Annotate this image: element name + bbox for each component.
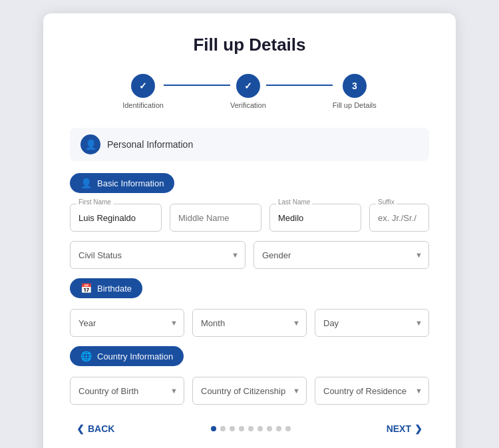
country-info-icon: 🌐 — [81, 351, 92, 361]
last-name-wrap: Last Name — [269, 204, 361, 232]
middle-name-wrap — [170, 204, 261, 232]
checkmark-icon-2 — [244, 81, 252, 91]
step-line-2 — [266, 85, 333, 86]
dot-7 — [267, 426, 272, 431]
country-residence-select[interactable]: Country of Residence — [315, 377, 429, 405]
back-button[interactable]: ❮ BACK — [70, 419, 121, 438]
basic-info-label: Basic Information — [97, 178, 164, 188]
step-verification: Verification — [230, 74, 266, 109]
status-gender-row: Civil Status Single Married Widowed Sepa… — [70, 241, 429, 269]
dot-4 — [239, 426, 244, 431]
personal-info-title: Personal Information — [107, 139, 193, 150]
dot-9 — [285, 426, 291, 431]
birthdate-icon: 📅 — [81, 283, 92, 294]
middle-name-input[interactable] — [170, 204, 261, 232]
stepper: Identification Verification 3 Fill up De… — [70, 74, 429, 109]
checkmark-icon-1 — [139, 81, 147, 91]
suffix-input[interactable] — [369, 204, 429, 232]
country-residence-wrap: Country of Residence ▼ — [315, 377, 429, 405]
step-label-2: Verification — [230, 101, 266, 109]
month-wrap: Month January February March April May J… — [192, 309, 307, 337]
date-row: Year ▼ Month January February March Apri… — [70, 309, 429, 337]
month-select[interactable]: Month January February March April May J… — [192, 309, 307, 337]
navigation-row: ❮ BACK NEXT ❯ — [70, 419, 429, 438]
dot-8 — [276, 426, 281, 431]
civil-status-wrap: Civil Status Single Married Widowed Sepa… — [70, 241, 246, 269]
country-row: Country of Birth ▼ Country of Citizenshi… — [70, 377, 429, 405]
step-identification: Identification — [122, 74, 164, 109]
personal-info-icon: 👤 — [81, 134, 100, 154]
dot-5 — [248, 426, 253, 431]
personal-info-header: 👤 Personal Information — [70, 128, 429, 161]
first-name-label: First Name — [77, 198, 113, 206]
step-number-3: 3 — [352, 81, 357, 91]
country-citizenship-select[interactable]: Country of Citizenship — [192, 377, 307, 405]
next-chevron-icon: ❯ — [415, 423, 422, 434]
step-label-3: Fill up Details — [333, 101, 377, 109]
suffix-wrap: Suffix — [369, 204, 429, 232]
page-title: Fill up Details — [70, 35, 429, 55]
dot-3 — [230, 426, 235, 431]
country-citizenship-wrap: Country of Citizenship ▼ — [192, 377, 307, 405]
gender-select[interactable]: Gender Male Female Other — [253, 241, 429, 269]
step-circle-1 — [131, 74, 155, 98]
basic-info-icon: 👤 — [81, 178, 92, 188]
dot-6 — [257, 426, 263, 431]
basic-info-badge: 👤 Basic Information — [70, 173, 174, 193]
step-label-1: Identification — [122, 101, 164, 109]
step-fill-up: 3 Fill up Details — [333, 74, 377, 109]
first-name-input[interactable] — [70, 204, 162, 232]
step-circle-3: 3 — [343, 74, 367, 98]
back-label: BACK — [88, 423, 114, 434]
last-name-input[interactable] — [269, 204, 361, 232]
next-label: NEXT — [387, 423, 411, 434]
year-select[interactable]: Year — [70, 309, 184, 337]
name-row: First Name Last Name Suffix — [70, 204, 429, 232]
birthdate-badge: 📅 Birthdate — [70, 278, 142, 298]
day-wrap: Day ▼ — [315, 309, 429, 337]
step-line-1 — [164, 85, 230, 86]
step-circle-2 — [236, 74, 260, 98]
day-select[interactable]: Day — [315, 309, 429, 337]
dot-1 — [211, 426, 216, 431]
back-chevron-icon: ❮ — [77, 423, 84, 434]
pagination-dots — [211, 426, 291, 431]
person-icon: 👤 — [85, 139, 96, 150]
country-birth-wrap: Country of Birth ▼ — [70, 377, 184, 405]
dot-2 — [220, 426, 226, 431]
country-birth-select[interactable]: Country of Birth — [70, 377, 184, 405]
birthdate-label: Birthdate — [97, 284, 132, 294]
country-info-badge: 🌐 Country Information — [70, 346, 184, 366]
gender-wrap: Gender Male Female Other ▼ — [253, 241, 429, 269]
next-button[interactable]: NEXT ❯ — [380, 419, 429, 438]
main-card: Fill up Details Identification Verificat… — [43, 13, 456, 448]
year-wrap: Year ▼ — [70, 309, 184, 337]
first-name-wrap: First Name — [70, 204, 162, 232]
last-name-label: Last Name — [276, 198, 312, 206]
country-info-label: Country Information — [97, 351, 173, 361]
civil-status-select[interactable]: Civil Status Single Married Widowed Sepa… — [70, 241, 246, 269]
suffix-label: Suffix — [376, 198, 397, 206]
